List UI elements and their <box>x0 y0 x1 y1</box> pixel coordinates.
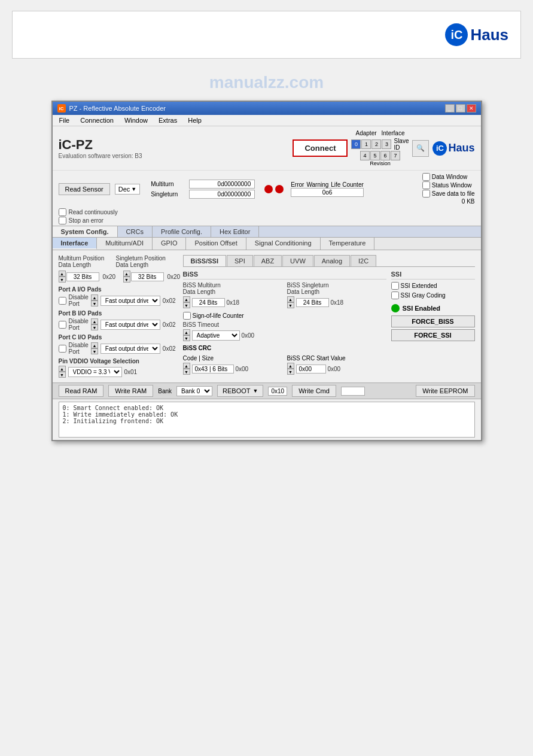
main-tab-temperature[interactable]: Temperature <box>321 238 375 250</box>
sign-life-checkbox[interactable] <box>183 312 191 320</box>
port-c-down[interactable]: ▼ <box>91 348 98 354</box>
port-c-section: Port C I/O Pads DisablePort ▲ ▼ Fast out… <box>59 334 178 355</box>
sign-life-label: Sign-of-life Counter <box>193 312 244 319</box>
menu-connection[interactable]: Connection <box>78 116 115 125</box>
logo: iC Haus <box>445 23 508 46</box>
read-continuously-label[interactable]: Read continuously <box>59 208 475 216</box>
write-ram-button[interactable]: Write RAM <box>108 385 153 397</box>
driver-c-select[interactable]: Fast output driver <box>100 344 160 354</box>
crc-start-up[interactable]: ▲ <box>287 363 294 369</box>
port-c-spinner: ▲ ▼ <box>91 342 98 354</box>
proto-tab-spi[interactable]: SPI <box>227 255 253 266</box>
biss-mt-down[interactable]: ▼ <box>183 302 190 308</box>
save-data-checkbox[interactable] <box>422 190 430 198</box>
mt-spinner-up[interactable]: ▲ <box>59 271 66 277</box>
driver-a-select[interactable]: Fast output driver <box>100 296 160 306</box>
stop-error-checkbox[interactable] <box>59 217 66 224</box>
disable-port-b-checkbox[interactable] <box>59 321 66 329</box>
slave-id-6[interactable]: 6 <box>380 151 390 160</box>
status-window-checkbox[interactable] <box>422 181 430 189</box>
port-b-down[interactable]: ▼ <box>91 324 98 330</box>
biss-crc-title: BiSS CRC <box>183 345 386 351</box>
sys-tab-system-config[interactable]: System Config. <box>53 226 118 237</box>
slave-id-4[interactable]: 4 <box>360 151 370 160</box>
proto-tab-biss-ssi[interactable]: BiSS/SSI <box>183 255 226 266</box>
crc-up[interactable]: ▲ <box>183 363 190 369</box>
proto-tab-i2c[interactable]: I2C <box>351 255 376 266</box>
port-a-down[interactable]: ▼ <box>91 300 98 306</box>
singleturn-row: Singleturn 0d00000000 <box>151 190 255 199</box>
sys-tab-crcs[interactable]: CRCs <box>118 226 153 237</box>
force-biss-button[interactable]: FORCE_BISS <box>391 315 475 327</box>
driver-b-select[interactable]: Fast output driver <box>100 320 160 330</box>
timeout-select[interactable]: Adaptive <box>192 330 240 341</box>
main-tab-gpio[interactable]: GPIO <box>153 238 187 250</box>
biss-st-down[interactable]: ▼ <box>287 302 294 308</box>
port-a-up[interactable]: ▲ <box>91 294 98 300</box>
cmd-hex-input[interactable]: 0x00 <box>341 387 365 396</box>
dec-dropdown-icon[interactable]: ▼ <box>131 186 136 192</box>
slave-id-1[interactable]: 1 <box>361 139 371 149</box>
main-tab-interface[interactable]: Interface <box>53 238 98 250</box>
force-ssi-button[interactable]: FORCE_SSI <box>391 329 475 341</box>
timeout-up[interactable]: ▲ <box>183 329 190 335</box>
slave-id-5[interactable]: 5 <box>370 151 380 160</box>
data-window-label: Data Window <box>432 174 467 180</box>
st-spinner-up[interactable]: ▲ <box>123 271 130 277</box>
write-cmd-button[interactable]: Write Cmd <box>292 385 336 397</box>
main-tab-multiturn[interactable]: Multiturn/ADI <box>97 238 153 250</box>
write-eeprom-button[interactable]: Write EEPROM <box>416 385 474 397</box>
disable-port-a-checkbox[interactable] <box>59 297 66 305</box>
crc-start-down[interactable]: ▼ <box>287 369 294 375</box>
sys-tab-profile-config[interactable]: Profile Config. <box>153 226 211 237</box>
slave-id-2[interactable]: 2 <box>371 139 381 149</box>
magnifier-button[interactable]: 🔍 <box>412 140 429 157</box>
read-sensor-button[interactable]: Read Sensor <box>59 183 110 195</box>
menu-extras[interactable]: Extras <box>157 116 179 125</box>
slave-id-0[interactable]: 0 <box>351 139 361 149</box>
disable-port-b-label: DisablePort <box>69 318 89 331</box>
read-ram-button[interactable]: Read RAM <box>59 385 104 397</box>
proto-tab-uvw[interactable]: UVW <box>282 255 313 266</box>
vddio-up[interactable]: ▲ <box>59 366 66 372</box>
mt-st-values: ▲ ▼ 32 Bits 0x20 ▲ ▼ 32 Bits <box>59 271 178 283</box>
reboot-button[interactable]: REBOOT ▼ <box>217 385 263 397</box>
indicator-dots <box>264 185 284 193</box>
vddio-down[interactable]: ▼ <box>59 372 66 378</box>
main-tab-position-offset[interactable]: Position Offset <box>186 238 246 250</box>
proto-tab-abz[interactable]: ABZ <box>254 255 282 266</box>
slave-id-7[interactable]: 7 <box>391 151 400 160</box>
multiturn-row: Multiturn 0d00000000 <box>151 180 255 189</box>
vddio-select[interactable]: VDDIO = 3.3 V <box>68 367 122 377</box>
data-window-checkbox[interactable] <box>422 173 430 181</box>
vddio-section: Pin VDDIO Voltage Selection ▲ ▼ VDDIO = … <box>59 358 178 378</box>
slave-id-3[interactable]: 3 <box>382 139 391 149</box>
stop-error-label[interactable]: Stop an error <box>59 217 475 224</box>
menu-file[interactable]: File <box>57 116 72 125</box>
disable-port-c-checkbox[interactable] <box>59 345 66 353</box>
ssi-extended-checkbox[interactable] <box>391 282 399 290</box>
port-b-up[interactable]: ▲ <box>91 318 98 324</box>
minimize-button[interactable]: _ <box>445 104 455 113</box>
port-c-up[interactable]: ▲ <box>91 342 98 348</box>
menu-window[interactable]: Window <box>123 116 150 125</box>
crc-down[interactable]: ▼ <box>183 369 190 375</box>
mt-spinner-down[interactable]: ▼ <box>59 277 66 283</box>
close-button[interactable]: ✕ <box>467 104 476 113</box>
connect-button[interactable]: Connect <box>293 139 348 157</box>
menu-help[interactable]: Help <box>186 116 203 125</box>
biss-mt-up[interactable]: ▲ <box>183 296 190 302</box>
main-tab-signal-conditioning[interactable]: Signal Conditioning <box>246 238 321 250</box>
timeout-down[interactable]: ▼ <box>183 335 190 341</box>
biss-st-up[interactable]: ▲ <box>287 296 294 302</box>
ssi-gray-coding-checkbox[interactable] <box>391 292 399 299</box>
proto-tab-analog[interactable]: Analog <box>314 255 350 266</box>
maximize-button[interactable]: □ <box>456 104 465 113</box>
ic-circle-small: iC <box>433 141 447 156</box>
crc-hex: 0x00 <box>236 366 252 372</box>
port-a-spinner: ▲ ▼ <box>91 294 98 306</box>
st-spinner-down[interactable]: ▼ <box>123 277 130 283</box>
sys-tab-hex-editor[interactable]: Hex Editor <box>211 226 259 237</box>
bank-select[interactable]: Bank 0 <box>176 386 212 396</box>
read-continuously-checkbox[interactable] <box>59 208 66 216</box>
